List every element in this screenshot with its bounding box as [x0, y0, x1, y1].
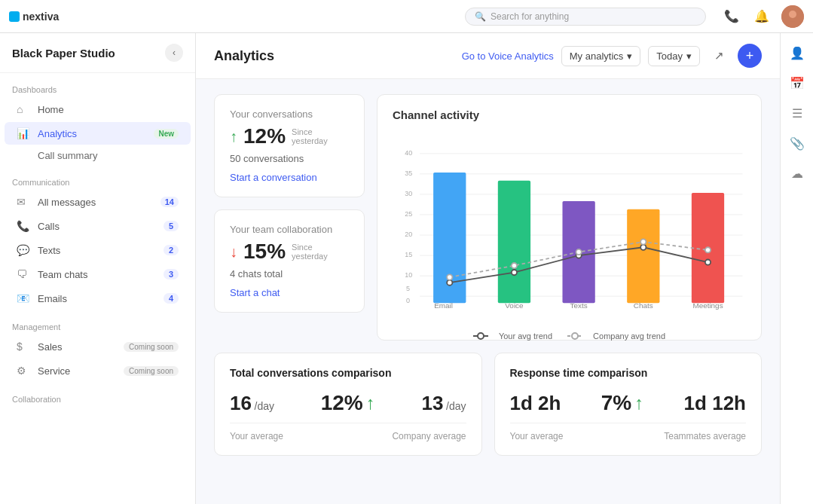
rail-list-icon[interactable]: ☰	[784, 99, 811, 127]
right-icon-rail: 👤 📅 ☰ 📎 ☁	[780, 33, 813, 504]
svg-text:Voice: Voice	[505, 301, 524, 310]
header-controls: Go to Voice Analytics My analytics ▾ Tod…	[462, 44, 762, 68]
chevron-down-icon: ▾	[627, 50, 632, 62]
sidebar-item-all-messages[interactable]: ✉ All messages 14	[5, 191, 191, 213]
start-conversation-link[interactable]: Start a conversation	[230, 172, 317, 183]
svg-point-30	[640, 245, 646, 250]
my-analytics-label: My analytics	[570, 50, 624, 62]
top-navigation: nextiva 🔍 Search for anything 📞 🔔	[0, 0, 813, 33]
svg-text:Chats: Chats	[634, 301, 653, 310]
sidebar-collapse-button[interactable]: ‹	[165, 44, 183, 62]
svg-text:30: 30	[405, 190, 412, 197]
collaboration-label: Your team collaboration	[230, 224, 349, 235]
phone-icon[interactable]: 📞	[721, 6, 742, 27]
company-avg-label: Company average	[392, 431, 466, 441]
service-icon: ⚙	[17, 365, 30, 377]
your-avg-block: 16 /day	[230, 392, 274, 415]
sidebar-item-analytics[interactable]: 📊 Analytics New	[5, 122, 191, 145]
section-management: Management	[0, 310, 195, 334]
sidebar-service-label: Service	[38, 365, 113, 377]
svg-text:20: 20	[405, 231, 412, 238]
response-your-avg-label: Your average	[510, 431, 564, 441]
svg-text:15: 15	[405, 251, 412, 258]
response-pct: 7%	[601, 391, 631, 415]
rail-calendar-icon[interactable]: 📅	[784, 69, 811, 96]
svg-text:Email: Email	[434, 301, 453, 310]
team-chats-badge: 3	[164, 269, 179, 279]
call-summary-label: Call summary	[38, 150, 97, 161]
add-button[interactable]: +	[738, 44, 762, 68]
rail-person-icon[interactable]: 👤	[784, 39, 811, 66]
all-messages-badge: 14	[160, 197, 179, 207]
total-conversations-title: Total conversations comparison	[230, 367, 466, 379]
texts-badge: 2	[164, 245, 179, 255]
pct-block: 12% ↑	[321, 391, 375, 415]
section-dashboards: Dashboards	[0, 73, 195, 97]
messages-icon: ✉	[17, 196, 30, 208]
bell-icon[interactable]: 🔔	[751, 6, 772, 27]
sidebar-home-label: Home	[38, 104, 179, 115]
main-content: Analytics Go to Voice Analytics My analy…	[196, 33, 780, 504]
svg-text:10: 10	[405, 271, 412, 279]
home-icon: ⌂	[17, 103, 30, 115]
conversations-pct: 12%	[243, 124, 286, 148]
response-time-card: Response time comparison 1d 2h 7% ↑ 1d 1…	[494, 353, 763, 456]
legend-company-avg-label: Company avg trend	[593, 331, 665, 341]
sidebar-item-sales[interactable]: $ Sales Coming soon	[5, 335, 191, 358]
rail-cloud-icon[interactable]: ☁	[784, 160, 811, 187]
today-label: Today	[656, 50, 683, 62]
logo: nextiva	[9, 8, 69, 25]
sidebar-item-calls[interactable]: 📞 Calls 5	[5, 215, 191, 237]
today-dropdown[interactable]: Today ▾	[648, 46, 700, 66]
search-box[interactable]: 🔍 Search for anything	[465, 8, 706, 26]
calls-icon: 📞	[17, 220, 30, 232]
rail-clip-icon[interactable]: 📎	[784, 130, 811, 157]
response-your-avg-val: 1d 2h	[510, 392, 561, 414]
conversations-sub: 50 conversations	[230, 153, 349, 164]
main-header: Analytics Go to Voice Analytics My analy…	[196, 33, 780, 79]
analytics-new-badge: New	[154, 129, 179, 139]
company-avg-val: 13	[421, 392, 443, 414]
sidebar-item-service[interactable]: ⚙ Service Coming soon	[5, 359, 191, 382]
collaboration-since: Since yesterday	[292, 243, 349, 261]
start-chat-link[interactable]: Start a chat	[230, 287, 280, 298]
team-chats-icon: 🗨	[17, 268, 30, 280]
search-placeholder: Search for anything	[491, 11, 569, 22]
sidebar-emails-label: Emails	[38, 293, 156, 304]
calls-badge: 5	[164, 221, 179, 231]
my-analytics-dropdown[interactable]: My analytics ▾	[561, 46, 641, 66]
total-up-arrow: ↑	[366, 393, 375, 414]
svg-rect-0	[9, 11, 20, 22]
svg-text:Meetings: Meetings	[692, 301, 723, 310]
emails-badge: 4	[164, 293, 179, 304]
search-icon: 🔍	[475, 11, 486, 22]
share-button[interactable]: ↗	[708, 44, 730, 67]
company-avg-block: 13 /day	[421, 392, 466, 415]
collaboration-sub: 4 chats total	[230, 268, 349, 279]
sidebar-item-home[interactable]: ⌂ Home	[5, 98, 191, 121]
svg-point-35	[640, 239, 646, 244]
sidebar-item-texts[interactable]: 💬 Texts 2	[5, 239, 191, 261]
texts-icon: 💬	[17, 244, 30, 256]
svg-point-3	[789, 11, 796, 18]
channel-activity-card: Channel activity 40 35 30 25 20 15 10 5	[377, 94, 762, 341]
your-avg-label: Your average	[230, 431, 283, 441]
sidebar-item-team-chats[interactable]: 🗨 Team chats 3	[5, 263, 191, 286]
svg-point-43	[478, 333, 484, 339]
voice-analytics-link[interactable]: Go to Voice Analytics	[462, 50, 554, 62]
svg-text:40: 40	[405, 149, 412, 157]
sidebar-title: Black Paper Studio	[12, 47, 115, 60]
collaboration-pct: 15%	[243, 240, 286, 264]
svg-point-31	[705, 259, 711, 264]
avatar[interactable]	[781, 5, 804, 28]
page-title: Analytics	[214, 48, 274, 64]
sidebar-analytics-label: Analytics	[38, 128, 143, 139]
conversations-up-arrow: ↑	[230, 128, 237, 145]
response-pct-block: 7% ↑	[601, 391, 643, 415]
sidebar-item-call-summary[interactable]: Call summary	[5, 146, 191, 165]
sales-coming-soon-badge: Coming soon	[124, 342, 179, 352]
sidebar-team-chats-label: Team chats	[38, 269, 156, 280]
svg-point-45	[572, 333, 578, 339]
your-avg-val: 16	[230, 392, 252, 414]
sidebar-item-emails[interactable]: 📧 Emails 4	[5, 287, 191, 310]
